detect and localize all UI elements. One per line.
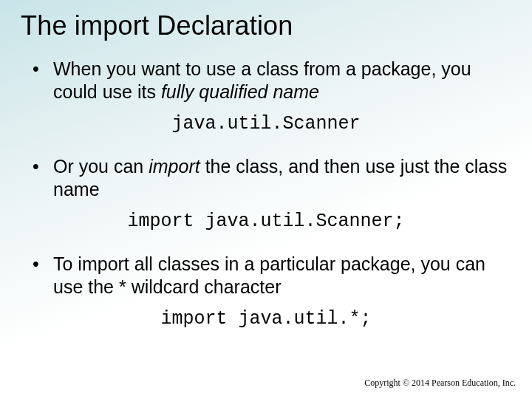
- slide: The import Declaration When you want to …: [0, 0, 532, 399]
- bullet-list: When you want to use a class from a pack…: [21, 58, 511, 103]
- bullet-1-italic: fully qualified name: [161, 81, 319, 102]
- bullet-item-1: When you want to use a class from a pack…: [21, 58, 511, 103]
- bullet-3-text: To import all classes in a particular pa…: [53, 253, 485, 297]
- bullet-item-3: To import all classes in a particular pa…: [21, 253, 511, 298]
- bullet-item-2: Or you can import the class, and then us…: [21, 155, 511, 200]
- bullet-2-pre: Or you can: [53, 156, 149, 177]
- copyright-notice: Copyright © 2014 Pearson Education, Inc.: [364, 378, 516, 389]
- code-block-3: import java.util.*;: [21, 308, 511, 330]
- bullet-2-italic: import: [149, 156, 200, 177]
- slide-title: The import Declaration: [21, 10, 511, 41]
- bullet-list-2: Or you can import the class, and then us…: [21, 155, 511, 200]
- code-block-2: import java.util.Scanner;: [21, 211, 511, 232]
- bullet-list-3: To import all classes in a particular pa…: [21, 253, 511, 298]
- code-block-1: java.util.Scanner: [21, 113, 511, 134]
